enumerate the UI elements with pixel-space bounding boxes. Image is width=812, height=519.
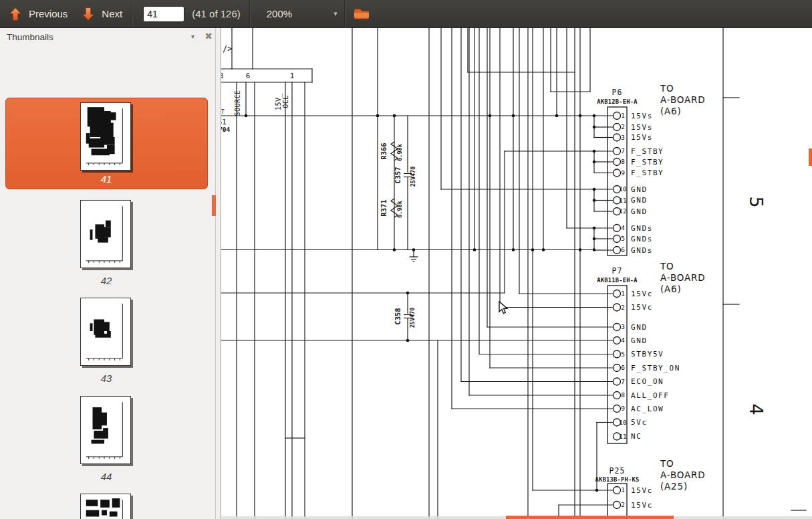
thumbnail-number: 44 (0, 471, 213, 482)
horizontal-scrollbar-thumb[interactable] (506, 516, 674, 519)
pin-label: 15Vc (631, 303, 653, 312)
component-value-c357: 25V470 (410, 167, 416, 187)
connector-destination: (A6) (660, 284, 682, 294)
pin-number: 1 (621, 486, 625, 494)
toolbar-separator (249, 0, 251, 28)
document-viewer-window: Previous Next (41 of 126) 200% ▾ Thumbna… (0, 0, 812, 519)
chevron-down-icon[interactable]: ▾ (191, 33, 194, 40)
pin-number: 8 (621, 391, 625, 399)
toolbar: Previous Next (41 of 126) 200% ▾ (0, 0, 812, 28)
thumbnail-page-43[interactable] (80, 298, 131, 366)
pin-number: 10 (619, 185, 627, 193)
ic-label-truncated: ET (221, 109, 225, 115)
pin-label: NC (631, 432, 642, 441)
connector-destination: A-BOARD (660, 94, 705, 105)
open-file-button[interactable] (346, 3, 378, 25)
connector-destination: TO (660, 261, 674, 272)
pin-number: 7 (621, 378, 625, 385)
mouse-cursor (499, 301, 511, 316)
connector-name: P6 (612, 88, 623, 97)
pin-number: 2 (621, 501, 625, 508)
pin-label: ECO_ON (631, 377, 664, 386)
component-value-c358: 25V470 (409, 308, 416, 328)
component-value-r366: 6.98k (396, 144, 403, 161)
signal-label-ocl: OCL (282, 95, 289, 108)
pin-label: 15Vs (631, 112, 653, 120)
pin-label: 15Vs (631, 133, 653, 142)
pin-number: 6 (621, 246, 625, 253)
next-label: Next (102, 8, 122, 19)
component-ref-r371: R371 (380, 199, 388, 216)
pin-label: F_STBY_ON (631, 364, 680, 373)
zoom-level-select[interactable]: 200% ▾ (259, 8, 344, 19)
thumbnail-number: 42 (0, 275, 213, 286)
pin-label: F_STBY (631, 169, 664, 177)
pin-label: GND (631, 336, 648, 345)
connector-destination: TO (660, 458, 674, 469)
connector-p25: P25AKB13B-PH-KSTOA-BOARD(A25)115Vc215Vc (595, 458, 706, 519)
pin-number: 11 (619, 197, 627, 204)
thumbnail-page-45[interactable] (80, 494, 131, 519)
pin-number: 1 (621, 112, 625, 119)
previous-button[interactable]: Previous (4, 3, 77, 25)
sidebar-scrollbar-thumb[interactable] (212, 195, 216, 216)
thumbnail-number: 43 (0, 373, 213, 384)
zone-label-4: 4 (746, 403, 767, 415)
pin-label: 15Vc (631, 290, 653, 298)
thumbnail-page-42[interactable] (80, 200, 131, 268)
pin-number: 2 (621, 123, 625, 130)
pin-number: 9 (621, 169, 625, 177)
net-label-truncated: /> (223, 44, 232, 54)
pin-label: 15Vc (631, 501, 653, 510)
pin-number: 4 (621, 224, 625, 231)
thumbnail-page-41[interactable] (80, 102, 131, 171)
pin-number: 3 (621, 134, 625, 141)
page-number-input[interactable] (143, 6, 184, 22)
pin-label: GND (631, 207, 648, 216)
connector-destination: TO (660, 83, 674, 94)
pin-label: ALL_OFF (631, 391, 670, 400)
connector-destination: A-BOARD (660, 470, 705, 480)
next-button[interactable]: Next (77, 3, 132, 25)
connector-part-number: AKB11B-EH-A (597, 277, 638, 284)
top-connector-pin-1: 1 (290, 72, 295, 80)
thumbnail-page-44[interactable] (80, 396, 131, 464)
pin-label: GNDs (631, 246, 653, 255)
down-arrow-icon (81, 6, 96, 22)
pin-label: F_STBY (631, 147, 664, 156)
pin-number: 1 (621, 290, 625, 297)
toolbar-separator (132, 0, 133, 28)
pin-number: 7 (621, 147, 625, 154)
zone-label-5: 5 (746, 196, 767, 207)
component-ref-c358: C358 (394, 308, 402, 324)
close-icon[interactable]: ✖ (205, 31, 213, 41)
connector-destination: A-BOARD (660, 272, 705, 283)
pin-number: 9 (621, 405, 625, 412)
connector-p7: P7AKB11B-EH-ATOA-BOARD(A6)115Vc215Vc3GND… (597, 261, 705, 443)
thumbnails-panel: Thumbnails ▾ ✖ 41424344 (0, 28, 221, 519)
connector-name: P25 (610, 466, 626, 476)
pin-label: GND (631, 185, 648, 194)
connector-name: P7 (612, 266, 623, 276)
pin-label: GND (631, 323, 648, 332)
signal-label-source: SOURCE (234, 90, 241, 116)
pin-label: GND (631, 196, 648, 205)
thumbnail-list: 41424344 (0, 49, 215, 519)
schematic-page: P6AKB12B-EH-ATOA-BOARD(A6)115Vs215Vs315V… (221, 28, 812, 519)
thumbnails-panel-title: Thumbnails (7, 32, 53, 42)
component-value-r371: 6.98k (396, 201, 403, 218)
pin-label: F_STBY (631, 158, 664, 167)
top-connector-pin-6: 6 (246, 72, 251, 80)
pin-label: GNDs (631, 224, 653, 233)
pin-label: STBY5V (631, 350, 664, 358)
pin-number: 2 (621, 304, 625, 311)
pin-number: 12 (619, 207, 626, 215)
pin-number: 3 (621, 323, 625, 330)
pin-number: 8 (621, 158, 625, 165)
document-view[interactable]: P6AKB12B-EH-ATOA-BOARD(A6)115Vs215Vs315V… (221, 28, 812, 519)
folder-icon (352, 6, 371, 22)
component-ref-c357: C357 (394, 167, 402, 183)
vertical-scrollbar-thumb[interactable] (809, 148, 812, 166)
panel-divider (215, 28, 216, 519)
pin-number: 6 (621, 364, 625, 371)
